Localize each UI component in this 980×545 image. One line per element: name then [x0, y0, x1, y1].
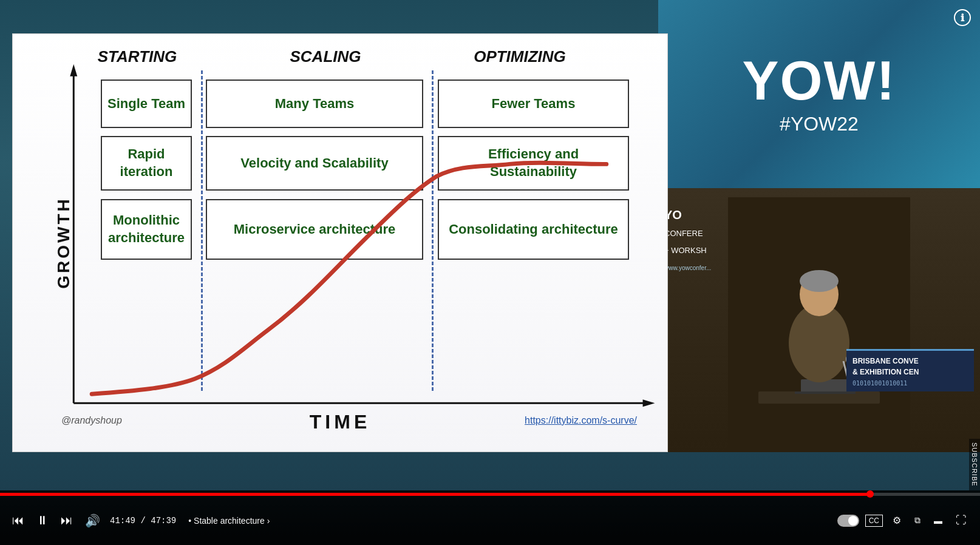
- svg-point-7: [800, 270, 839, 292]
- chart-area: GROWTH STARTING SCALING OPTIMIZING Singl…: [13, 34, 667, 452]
- video-container: YOW! #YOW22 BRISBANE CONVE &: [0, 0, 980, 545]
- yow-logo: YOW!: [743, 53, 896, 108]
- controls-bar: ⏮ ⏸ ⏭ 🔊 41:49 / 47:39 • Stable architect…: [0, 490, 980, 545]
- cell-microservice: Microservice architecture: [206, 199, 423, 260]
- subscribe-label: SUBSCRIBE: [969, 439, 980, 490]
- conference-label: CONFERE+ WORKSH: [664, 229, 707, 255]
- controls-bottom: ⏮ ⏸ ⏭ 🔊 41:49 / 47:39 • Stable architect…: [0, 496, 980, 545]
- divider-line-2: [432, 70, 434, 391]
- brisbane-banner: BRISBANE CONVE & EXHIBITION CEN 01010100…: [846, 349, 974, 391]
- cell-velocity: Velocity and Scalability: [206, 136, 423, 191]
- svg-rect-2: [777, 404, 862, 452]
- total-time: 47:39: [151, 516, 176, 526]
- volume-button[interactable]: 🔊: [83, 511, 103, 530]
- cell-efficiency: Efficiency and Sustainability: [438, 136, 629, 191]
- yow-hashtag: #YOW22: [780, 113, 859, 135]
- settings-button[interactable]: ⚙: [889, 512, 905, 529]
- controls-right: CC ⚙ ⧉ ▬ ⛶: [837, 512, 970, 529]
- current-time: 41:49: [110, 516, 135, 526]
- website-label: www.yowconfer...: [664, 265, 711, 271]
- fullscreen-button[interactable]: ⛶: [952, 512, 970, 529]
- captions-button[interactable]: CC: [865, 515, 883, 527]
- cell-single-team: Single Team: [101, 80, 192, 128]
- cell-rapid: Rapid iteration: [101, 136, 192, 191]
- svg-rect-4: [795, 391, 856, 394]
- yow-panel-text: YO CONFERE+ WORKSH www.yowconfer...: [664, 206, 711, 274]
- binary-decoration: 010101001010011: [852, 380, 968, 387]
- time-display: 41:49 / 47:39: [110, 516, 176, 526]
- cell-many-teams: Many Teams: [206, 80, 423, 128]
- brisbane-line1: BRISBANE CONVE: [852, 356, 968, 367]
- time-separator: /: [140, 516, 151, 526]
- info-icon[interactable]: ℹ: [954, 9, 971, 26]
- y-axis-label: GROWTH: [54, 197, 73, 289]
- rewind-button[interactable]: ⏮: [10, 511, 27, 530]
- speaker-area: BRISBANE CONVE & EXHIBITION CEN 01010100…: [658, 188, 980, 452]
- progress-watched: [0, 493, 870, 496]
- speaker-figure: [728, 197, 910, 452]
- chapter-label: • Stable architecture ›: [188, 516, 270, 526]
- slide-author: @randyshoup: [61, 415, 122, 426]
- miniplayer-button[interactable]: ⧉: [911, 513, 924, 528]
- play-pause-button[interactable]: ⏸: [34, 511, 51, 530]
- progress-bar[interactable]: [0, 493, 980, 496]
- autoplay-toggle[interactable]: [837, 515, 859, 527]
- slide-url: https://ittybiz.com/s-curve/: [525, 415, 637, 426]
- skip-next-button[interactable]: ⏭: [58, 511, 75, 530]
- yow-branding-area: YOW! #YOW22: [658, 0, 980, 188]
- cell-fewer-teams: Fewer Teams: [438, 80, 629, 128]
- cell-consolidating: Consolidating architecture: [438, 199, 629, 260]
- divider-line-1: [201, 70, 203, 391]
- phase-scaling-label: SCALING: [243, 47, 407, 66]
- svg-marker-13: [643, 399, 655, 407]
- x-axis-label: TIME: [310, 411, 370, 433]
- brisbane-line2: & EXHIBITION CEN: [852, 367, 968, 377]
- phase-optimizing-label: OPTIMIZING: [438, 47, 602, 66]
- phase-starting-label: STARTING: [77, 47, 198, 66]
- cell-monolithic: Monolithic architecture: [101, 199, 192, 260]
- theater-button[interactable]: ▬: [930, 513, 946, 528]
- slide: GROWTH STARTING SCALING OPTIMIZING Singl…: [12, 33, 668, 452]
